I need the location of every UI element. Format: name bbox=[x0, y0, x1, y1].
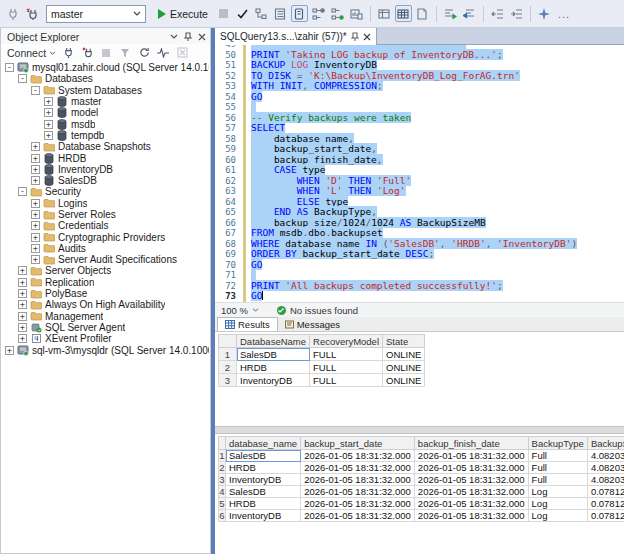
result-cell[interactable]: 2026-01-05 18:31:32.000 bbox=[414, 498, 528, 510]
tree-node[interactable]: +Replication bbox=[1, 277, 209, 288]
result-cell[interactable]: InventoryDB bbox=[226, 474, 301, 486]
close-tab-icon[interactable] bbox=[363, 33, 371, 41]
line-number[interactable]: 72 bbox=[215, 281, 239, 292]
expander-icon[interactable]: + bbox=[44, 120, 53, 129]
uncomment-icon[interactable] bbox=[461, 5, 478, 22]
result-cell[interactable]: SalesDB bbox=[237, 348, 310, 361]
tree-node[interactable]: -Databases bbox=[1, 73, 209, 84]
line-number[interactable]: 54 bbox=[215, 92, 239, 103]
result-cell[interactable]: 4.08203125000 bbox=[587, 474, 624, 486]
live-query-stats-icon[interactable] bbox=[329, 5, 346, 22]
results-to-grid-icon[interactable] bbox=[395, 5, 412, 22]
row-number[interactable]: 2 bbox=[219, 361, 237, 374]
expander-icon[interactable]: + bbox=[44, 97, 53, 106]
estimated-plan-icon[interactable] bbox=[253, 5, 270, 22]
result-cell[interactable]: 2026-01-05 18:31:32.000 bbox=[414, 450, 528, 462]
result-cell[interactable]: 2026-01-05 18:31:32.000 bbox=[414, 486, 528, 498]
result-cell[interactable]: FULL bbox=[310, 348, 383, 361]
close-panel-icon[interactable] bbox=[198, 33, 206, 41]
column-header[interactable]: BackupSizeMB bbox=[587, 437, 624, 450]
result-cell[interactable]: HRDB bbox=[226, 462, 301, 474]
code-line[interactable]: 53WITH INIT, COMPRESSION; bbox=[215, 81, 624, 92]
tree-node[interactable]: +sql-vm-3\mysqldr (SQL Server 14.0.1000.… bbox=[1, 344, 209, 355]
tree-node[interactable]: +master bbox=[1, 96, 209, 107]
oe-connect-server-icon[interactable] bbox=[61, 46, 75, 60]
expander-icon[interactable]: - bbox=[5, 63, 14, 72]
zoom-chevron-icon[interactable] bbox=[252, 308, 259, 312]
line-number[interactable]: 62 bbox=[215, 176, 239, 187]
expander-icon[interactable]: - bbox=[18, 74, 27, 83]
tree-node[interactable]: +HRDB bbox=[1, 152, 209, 163]
tree-node[interactable]: -mysql01.zahir.cloud (SQL Server 14.0.10… bbox=[1, 62, 209, 73]
results-to-text-icon[interactable] bbox=[376, 5, 393, 22]
result-cell[interactable]: 0.07812500000 bbox=[587, 486, 624, 498]
tree-node[interactable]: +Server Roles bbox=[1, 209, 209, 220]
result-cell[interactable]: SalesDB bbox=[226, 486, 301, 498]
line-number[interactable]: 60 bbox=[215, 155, 239, 166]
tree-node[interactable]: +tempdb bbox=[1, 130, 209, 141]
connect-dropdown[interactable]: Connect bbox=[7, 47, 56, 59]
expander-icon[interactable]: + bbox=[31, 255, 40, 264]
query-document-tab[interactable]: SQLQuery13.s...\zahir (57))* bbox=[215, 28, 377, 45]
expander-icon[interactable]: + bbox=[44, 108, 53, 117]
window-position-chevron-icon[interactable] bbox=[170, 34, 178, 39]
code-line[interactable]: 54GO bbox=[215, 92, 624, 103]
result-cell[interactable]: 0.07812500000 bbox=[587, 498, 624, 510]
result-cell[interactable]: ONLINE bbox=[383, 348, 425, 361]
sql-code-editor[interactable]: 4950PRINT 'Taking LOG backup of Inventor… bbox=[215, 45, 624, 302]
code-line[interactable]: 72PRINT 'All backups completed successfu… bbox=[215, 281, 624, 292]
row-number[interactable]: 2 bbox=[219, 462, 226, 474]
expander-icon[interactable]: + bbox=[18, 289, 27, 298]
line-number[interactable]: 57 bbox=[215, 123, 239, 134]
line-number[interactable]: 67 bbox=[215, 228, 239, 239]
tree-node[interactable]: +Management bbox=[1, 311, 209, 322]
expander-icon[interactable]: + bbox=[18, 300, 27, 309]
tree-node[interactable]: -System Databases bbox=[1, 85, 209, 96]
tree-node[interactable]: +Database Snapshots bbox=[1, 141, 209, 152]
tab-results[interactable]: Results bbox=[217, 317, 278, 331]
code-line-text[interactable]: GO bbox=[251, 291, 624, 302]
expander-icon[interactable]: + bbox=[31, 221, 40, 230]
change-connection-icon[interactable] bbox=[23, 5, 40, 22]
zoom-level[interactable]: 100 % bbox=[221, 305, 248, 316]
line-number[interactable]: 65 bbox=[215, 207, 239, 218]
code-line[interactable]: 69ORDER BY backup_start_date DESC; bbox=[215, 249, 624, 260]
result-cell[interactable]: Full bbox=[528, 474, 587, 486]
tree-node[interactable]: +Server Objects bbox=[1, 265, 209, 276]
expander-icon[interactable]: + bbox=[31, 176, 40, 185]
client-statistics-icon[interactable] bbox=[348, 5, 365, 22]
line-number[interactable]: 55 bbox=[215, 102, 239, 113]
expander-icon[interactable]: - bbox=[18, 187, 27, 196]
column-header[interactable]: database_name bbox=[226, 437, 301, 450]
code-line[interactable]: 70GO bbox=[215, 260, 624, 271]
expander-icon[interactable]: + bbox=[18, 334, 27, 343]
query-options-icon[interactable] bbox=[272, 5, 289, 22]
row-number[interactable]: 1 bbox=[219, 348, 237, 361]
filter-icon[interactable] bbox=[118, 46, 132, 60]
line-number[interactable]: 50 bbox=[215, 50, 239, 61]
expander-icon[interactable]: + bbox=[44, 131, 53, 140]
results-splitter[interactable] bbox=[215, 426, 624, 434]
indent-icon[interactable] bbox=[508, 5, 525, 22]
line-number[interactable]: 66 bbox=[215, 218, 239, 229]
tree-node[interactable]: -Security bbox=[1, 186, 209, 197]
expander-icon[interactable]: + bbox=[5, 346, 14, 355]
line-number[interactable]: 58 bbox=[215, 134, 239, 145]
code-line-text[interactable]: GO bbox=[251, 260, 624, 271]
result-cell[interactable]: FULL bbox=[310, 374, 383, 387]
result-cell[interactable]: InventoryDB bbox=[226, 510, 301, 522]
result-cell[interactable]: 2026-01-05 18:31:32.000 bbox=[414, 510, 528, 522]
tree-node[interactable]: +Server Audit Specifications bbox=[1, 254, 209, 265]
expander-icon[interactable]: + bbox=[31, 244, 40, 253]
result-cell[interactable]: Log bbox=[528, 510, 587, 522]
oe-disconnect-icon[interactable] bbox=[80, 46, 94, 60]
connect-icon[interactable] bbox=[4, 5, 21, 22]
tree-node[interactable]: +XEvent Profiler bbox=[1, 333, 209, 344]
row-header-corner[interactable] bbox=[219, 335, 237, 348]
expander-icon[interactable]: + bbox=[31, 142, 40, 151]
parse-icon[interactable] bbox=[234, 5, 251, 22]
row-number[interactable]: 4 bbox=[219, 486, 226, 498]
code-line[interactable]: 73GO bbox=[215, 291, 624, 302]
expander-icon[interactable]: + bbox=[31, 199, 40, 208]
result-cell[interactable]: Log bbox=[528, 498, 587, 510]
